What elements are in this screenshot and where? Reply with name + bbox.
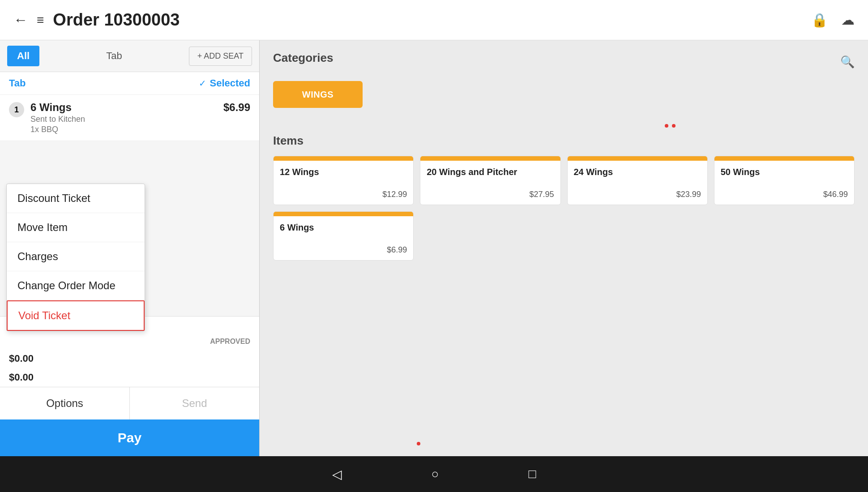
- menu-item-change-order-mode[interactable]: Change Order Mode: [7, 271, 145, 300]
- item-name: 6 Wings: [280, 222, 407, 233]
- item-card-24-wings[interactable]: 24 Wings $23.99: [567, 156, 708, 205]
- item-card-accent: [568, 156, 707, 161]
- menu-item-discount-ticket[interactable]: Discount Ticket: [7, 184, 145, 213]
- red-dot-1: [665, 124, 668, 128]
- nav-home-icon[interactable]: ○: [432, 467, 439, 481]
- item-card-20-wings[interactable]: 20 Wings and Pitcher $27.95: [420, 156, 560, 205]
- categories-grid: WINGS: [273, 81, 855, 108]
- category-wings-button[interactable]: WINGS: [273, 81, 363, 108]
- categories-label: Categories: [273, 51, 333, 65]
- red-dot-3: [417, 442, 420, 445]
- item-name: 20 Wings and Pitcher: [427, 166, 554, 178]
- item-card-body: 50 Wings $46.99: [714, 161, 854, 205]
- item-card-accent: [274, 156, 413, 161]
- item-card-body: 20 Wings and Pitcher $27.95: [420, 161, 560, 205]
- nav-bar: ◁ ○ □: [0, 456, 868, 492]
- nav-recents-icon[interactable]: □: [529, 467, 536, 481]
- lock-icon[interactable]: 🔒: [811, 12, 828, 28]
- bottom-red-dot: [417, 439, 420, 447]
- decorative-dots: [273, 121, 855, 129]
- search-icon[interactable]: 🔍: [840, 55, 855, 69]
- item-card-body: 24 Wings $23.99: [568, 161, 707, 205]
- main-content: All Tab + ADD SEAT Tab ✓ Selected 1 6 Wi…: [0, 40, 868, 456]
- item-card-accent: [420, 156, 560, 161]
- item-name: 24 Wings: [574, 166, 701, 178]
- item-price: $27.95: [427, 190, 554, 199]
- item-card-accent: [274, 212, 413, 216]
- page-title: Order 10300003: [53, 10, 811, 30]
- item-price: $23.99: [574, 190, 701, 199]
- red-dot-2: [672, 124, 676, 128]
- item-name: 50 Wings: [721, 166, 848, 178]
- item-price: $46.99: [721, 190, 848, 199]
- categories-section-header: Categories 🔍: [273, 51, 855, 73]
- menu-item-charges[interactable]: Charges: [7, 242, 145, 271]
- back-button[interactable]: ←: [13, 12, 28, 28]
- item-card-12-wings[interactable]: 12 Wings $12.99: [273, 156, 414, 205]
- nav-back-icon[interactable]: ◁: [332, 467, 342, 482]
- context-menu: Discount Ticket Move Item Charges Change…: [6, 184, 145, 331]
- items-section-header: Items: [273, 134, 855, 148]
- item-name: 12 Wings: [280, 166, 407, 178]
- item-card-accent: [714, 156, 854, 161]
- menu-button[interactable]: ≡: [37, 14, 44, 26]
- cloud-icon[interactable]: ☁: [841, 12, 855, 28]
- left-panel: All Tab + ADD SEAT Tab ✓ Selected 1 6 Wi…: [0, 40, 260, 456]
- item-card-6-wings[interactable]: 6 Wings $6.99: [273, 211, 414, 261]
- header-icons: 🔒 ☁: [811, 12, 855, 28]
- menu-item-move-item[interactable]: Move Item: [7, 213, 145, 242]
- item-price: $12.99: [280, 190, 407, 199]
- items-label: Items: [273, 134, 304, 147]
- item-card-body: 12 Wings $12.99: [274, 161, 413, 205]
- header: ← ≡ Order 10300003 🔒 ☁: [0, 0, 868, 40]
- item-card-body: 6 Wings $6.99: [274, 216, 413, 260]
- right-panel: Categories 🔍 WINGS Items 12 Wings $12.99: [260, 40, 868, 456]
- menu-item-void-ticket[interactable]: Void Ticket: [7, 300, 145, 331]
- items-grid: 12 Wings $12.99 20 Wings and Pitcher $27…: [273, 156, 855, 261]
- item-card-50-wings[interactable]: 50 Wings $46.99: [714, 156, 855, 205]
- item-price: $6.99: [280, 245, 407, 255]
